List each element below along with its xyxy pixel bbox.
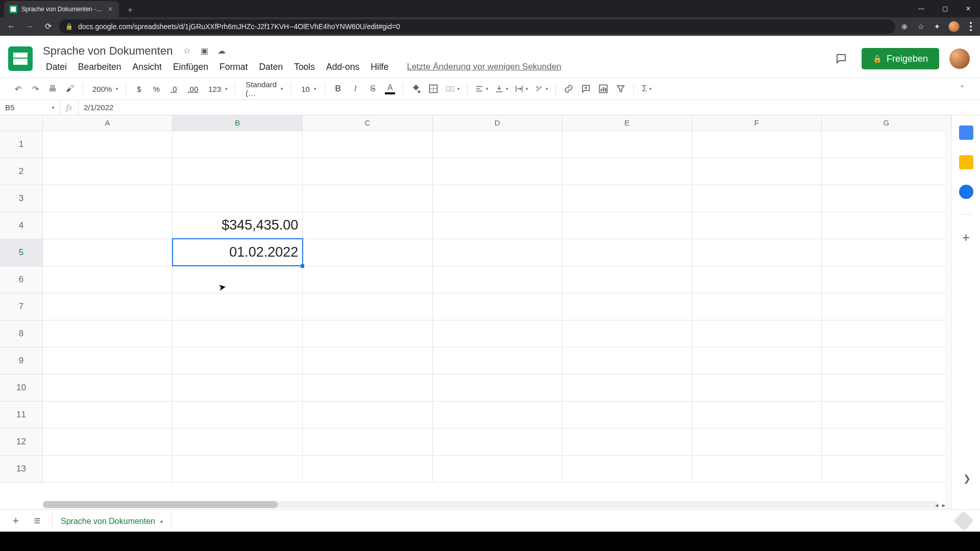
cell-G3[interactable] [821,185,951,212]
cell-B3[interactable] [173,185,303,212]
share-button[interactable]: 🔒 Freigeben [862,48,939,69]
decrease-decimal-button[interactable]: .0 [166,81,181,96]
cell-B10[interactable] [173,374,303,401]
column-header-D[interactable]: D [432,115,562,131]
column-header-B[interactable]: B [173,115,303,131]
row-header-10[interactable]: 10 [0,374,42,401]
cell-C8[interactable] [303,320,432,347]
window-minimize-button[interactable]: ― [910,0,933,17]
new-tab-button[interactable]: + [123,3,137,17]
cell-E13[interactable] [562,455,692,482]
cell-A7[interactable] [42,293,172,320]
text-color-button[interactable]: A [382,81,398,96]
bold-button[interactable]: B [330,81,346,96]
cell-F13[interactable] [692,455,821,482]
cell-A8[interactable] [42,320,172,347]
format-percent-button[interactable]: % [149,81,164,96]
cell-A12[interactable] [42,428,172,455]
increase-decimal-button[interactable]: .00 [183,81,202,96]
column-header-C[interactable]: C [303,115,432,131]
cell-C13[interactable] [303,455,432,482]
cell-C6[interactable] [303,266,432,293]
cell-F10[interactable] [692,374,821,401]
font-size-select[interactable]: 10 [296,81,320,96]
star-icon[interactable]: ☆ [182,46,192,56]
text-wrap-button[interactable] [512,81,530,96]
menu-addons[interactable]: Add-ons [321,60,364,74]
row-header-3[interactable]: 3 [0,185,42,212]
cell-B11[interactable] [173,401,303,428]
menu-data[interactable]: Daten [254,60,288,74]
cell-E11[interactable] [562,401,692,428]
text-rotation-button[interactable]: A [532,81,550,96]
cell-D4[interactable] [432,212,562,239]
cell-B9[interactable] [173,347,303,374]
cloud-status-icon[interactable]: ☁ [216,46,227,56]
cell-D12[interactable] [432,428,562,455]
row-header-13[interactable]: 13 [0,455,42,482]
cell-D10[interactable] [432,374,562,401]
cell-D5[interactable] [432,239,562,266]
cell-B12[interactable] [173,428,303,455]
cell-F6[interactable] [692,266,821,293]
menu-edit[interactable]: Bearbeiten [73,60,127,74]
cell-G7[interactable] [821,293,951,320]
browser-menu-button[interactable] [966,21,976,32]
horizontal-scrollbar[interactable] [43,501,939,508]
nav-back-button[interactable]: ← [4,19,18,34]
cell-E12[interactable] [562,428,692,455]
cell-A5[interactable] [42,239,172,266]
row-header-2[interactable]: 2 [0,158,42,185]
cell-F4[interactable] [692,212,821,239]
cell-E2[interactable] [562,158,692,185]
select-all-corner[interactable] [0,115,42,131]
cell-B7[interactable] [173,293,303,320]
number-format-select[interactable]: 123 [204,81,230,96]
row-header-12[interactable]: 12 [0,428,42,455]
cell-G9[interactable] [821,347,951,374]
zoom-icon[interactable]: ⊕ [899,21,910,32]
cell-A4[interactable] [42,212,172,239]
menu-tools[interactable]: Tools [289,60,320,74]
horizontal-scrollbar-thumb[interactable] [43,501,278,508]
functions-button[interactable]: Σ [639,81,654,96]
window-close-button[interactable]: ✕ [957,0,980,17]
windows-taskbar[interactable] [0,532,980,551]
cell-B4[interactable]: $345,435.00 [173,212,303,239]
cell-F8[interactable] [692,320,821,347]
cell-F9[interactable] [692,347,821,374]
cell-E7[interactable] [562,293,692,320]
column-header-A[interactable]: A [42,115,172,131]
cell-C9[interactable] [303,347,432,374]
window-maximize-button[interactable]: ▢ [933,0,957,17]
cell-F2[interactable] [692,158,821,185]
cell-A6[interactable] [42,266,172,293]
cell-E1[interactable] [562,131,692,158]
formula-bar[interactable]: 2/1/2022 [79,100,980,115]
menu-insert[interactable]: Einfügen [168,60,213,74]
cell-D3[interactable] [432,185,562,212]
nav-reload-button[interactable]: ⟳ [41,19,55,34]
strikethrough-button[interactable]: S [365,81,380,96]
account-avatar[interactable] [949,48,970,69]
last-edit-link[interactable]: Letzte Änderung vor wenigen Sekunden [402,60,566,74]
row-header-1[interactable]: 1 [0,131,42,158]
cell-D7[interactable] [432,293,562,320]
cell-B8[interactable] [173,320,303,347]
cell-C7[interactable] [303,293,432,320]
address-bar[interactable]: 🔒 docs.google.com/spreadsheets/d/1jGRuXX… [59,19,895,34]
format-currency-button[interactable]: $ [131,81,146,96]
cell-B1[interactable] [173,131,303,158]
italic-button[interactable]: I [348,81,363,96]
insert-comment-button[interactable] [578,81,594,96]
cell-F7[interactable] [692,293,821,320]
cell-G13[interactable] [821,455,951,482]
collapse-toolbar-button[interactable]: ˄ [954,81,970,96]
cell-G10[interactable] [821,374,951,401]
comments-button[interactable] [831,48,851,69]
cell-F1[interactable] [692,131,821,158]
cell-D8[interactable] [432,320,562,347]
cell-E5[interactable] [562,239,692,266]
print-button[interactable]: 🖶 [45,81,60,96]
horizontal-align-button[interactable] [473,81,491,96]
